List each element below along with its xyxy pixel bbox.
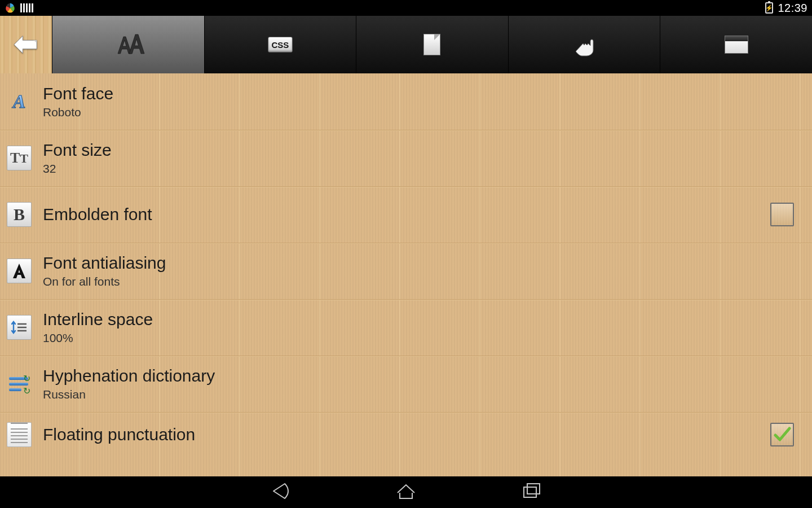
setting-title: Embolden font bbox=[43, 205, 770, 225]
pointing-hand-icon bbox=[572, 32, 597, 57]
setting-subtitle: Roboto bbox=[43, 106, 805, 119]
font-size-icon: TT bbox=[7, 146, 32, 170]
setting-title: Hyphenation dictionary bbox=[43, 366, 805, 386]
nav-recent-apps-button[interactable] bbox=[519, 479, 543, 505]
back-button[interactable] bbox=[0, 16, 52, 73]
tab-css[interactable]: CSS bbox=[204, 16, 356, 73]
window-icon bbox=[725, 36, 748, 54]
barcode-icon bbox=[20, 3, 33, 12]
battery-charging-icon: ⚡ bbox=[765, 2, 773, 14]
status-clock: 12:39 bbox=[778, 2, 807, 15]
tab-bar: CSS bbox=[0, 16, 812, 73]
line-spacing-icon bbox=[7, 315, 32, 340]
setting-subtitle: On for all fonts bbox=[43, 275, 805, 288]
floating-punctuation-checkbox[interactable] bbox=[770, 423, 794, 446]
tab-font[interactable] bbox=[52, 16, 204, 73]
setting-subtitle: Russian bbox=[43, 388, 805, 401]
nav-back-button[interactable] bbox=[269, 479, 293, 505]
setting-font-size[interactable]: TT Font size 32 bbox=[0, 130, 812, 186]
setting-font-antialiasing[interactable]: Font antialiasing On for all fonts bbox=[0, 243, 812, 299]
page-icon bbox=[423, 34, 440, 55]
bold-icon: B bbox=[7, 202, 32, 227]
setting-embolden-font[interactable]: B Embolden font bbox=[0, 186, 812, 243]
setting-title: Font face bbox=[43, 84, 805, 104]
hyphenation-icon: ↻↻ bbox=[7, 371, 32, 396]
antialiasing-icon bbox=[7, 259, 32, 283]
tab-gestures[interactable] bbox=[508, 16, 660, 73]
tab-page[interactable] bbox=[356, 16, 508, 73]
setting-floating-punctuation[interactable]: Floating punctuation bbox=[0, 412, 812, 455]
setting-font-face[interactable]: A Font face Roboto bbox=[0, 73, 812, 130]
aperture-icon bbox=[5, 2, 16, 14]
svg-rect-2 bbox=[527, 484, 540, 494]
setting-title: Floating punctuation bbox=[43, 425, 770, 445]
setting-interline-space[interactable]: Interline space 100% bbox=[0, 299, 812, 356]
android-nav-bar bbox=[0, 476, 812, 508]
embolden-checkbox[interactable] bbox=[770, 203, 794, 226]
css-icon: CSS bbox=[268, 37, 293, 52]
setting-title: Interline space bbox=[43, 310, 805, 330]
nav-home-button[interactable] bbox=[394, 479, 418, 505]
setting-subtitle: 32 bbox=[43, 162, 805, 176]
font-face-icon: A bbox=[7, 89, 32, 114]
setting-hyphenation-dictionary[interactable]: ↻↻ Hyphenation dictionary Russian bbox=[0, 356, 812, 412]
status-bar: ⚡ 12:39 bbox=[0, 0, 812, 16]
setting-subtitle: 100% bbox=[43, 331, 805, 345]
setting-title: Font size bbox=[43, 141, 805, 160]
font-aa-icon bbox=[110, 32, 146, 57]
tab-window[interactable] bbox=[660, 16, 812, 73]
floating-punctuation-icon bbox=[7, 422, 32, 447]
svg-rect-1 bbox=[524, 487, 536, 497]
settings-list: A Font face Roboto TT Font size 32 B Emb… bbox=[0, 73, 812, 476]
setting-title: Font antialiasing bbox=[43, 253, 805, 273]
